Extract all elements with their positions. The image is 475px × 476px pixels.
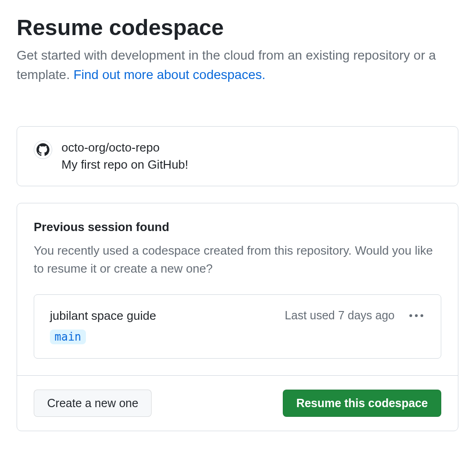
page-title: Resume codespace (17, 15, 458, 40)
session-body: Previous session found You recently used… (17, 203, 458, 375)
last-used-label: Last used 7 days ago (285, 309, 395, 322)
page-subtitle: Get started with development in the clou… (17, 46, 458, 85)
avatar (34, 140, 52, 159)
repo-description: My first repo on GitHub! (61, 158, 189, 172)
codespace-right: Last used 7 days ago (285, 309, 425, 322)
codespace-left: jubilant space guide main (50, 309, 156, 344)
learn-more-link[interactable]: Find out more about codespaces. (73, 67, 266, 82)
create-new-button[interactable]: Create a new one (34, 390, 152, 417)
session-description: You recently used a codespace created fr… (34, 242, 441, 278)
repo-card: octo-org/octo-repo My first repo on GitH… (17, 126, 458, 186)
codespace-item: jubilant space guide main Last used 7 da… (34, 294, 441, 359)
branch-tag[interactable]: main (50, 330, 86, 344)
session-footer: Create a new one Resume this codespace (17, 375, 458, 431)
codespace-name: jubilant space guide (50, 309, 156, 323)
resume-codespace-button[interactable]: Resume this codespace (283, 390, 441, 417)
kebab-menu-icon[interactable] (408, 312, 425, 319)
session-card: Previous session found You recently used… (17, 203, 458, 431)
session-title: Previous session found (34, 220, 441, 234)
repo-full-name: octo-org/octo-repo (61, 140, 189, 155)
repo-info: octo-org/octo-repo My first repo on GitH… (61, 140, 189, 172)
octocat-icon (37, 143, 49, 156)
